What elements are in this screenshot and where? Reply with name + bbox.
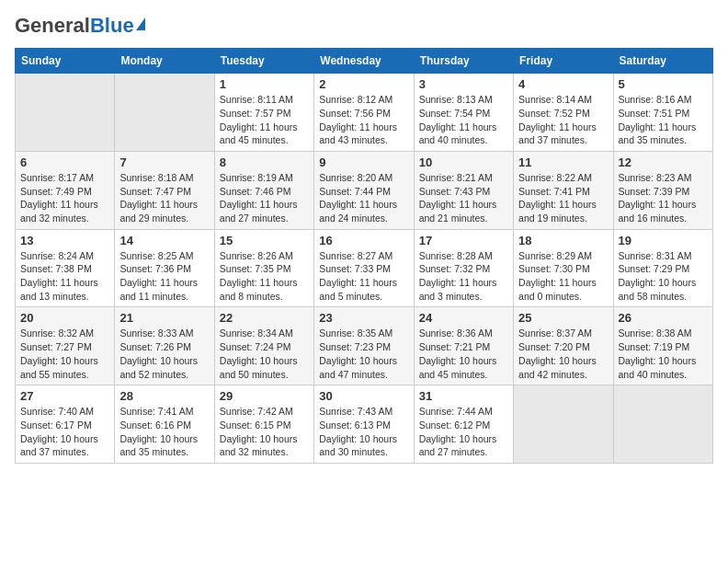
calendar-body: 1Sunrise: 8:11 AM Sunset: 7:57 PM Daylig…: [16, 74, 713, 464]
calendar-cell: 3Sunrise: 8:13 AM Sunset: 7:54 PM Daylig…: [414, 74, 513, 152]
calendar-cell: 7Sunrise: 8:18 AM Sunset: 7:47 PM Daylig…: [115, 151, 214, 229]
day-number: 18: [518, 234, 608, 247]
calendar-week-row: 20Sunrise: 8:32 AM Sunset: 7:27 PM Dayli…: [16, 307, 713, 385]
cell-content: Sunrise: 8:35 AM Sunset: 7:23 PM Dayligh…: [319, 327, 408, 381]
calendar-cell: [613, 385, 712, 464]
cell-content: Sunrise: 8:21 AM Sunset: 7:43 PM Dayligh…: [419, 171, 508, 225]
cell-content: Sunrise: 8:31 AM Sunset: 7:29 PM Dayligh…: [619, 249, 708, 304]
calendar-cell: 20Sunrise: 8:32 AM Sunset: 7:27 PM Dayli…: [16, 307, 115, 385]
calendar-cell: 26Sunrise: 8:38 AM Sunset: 7:19 PM Dayli…: [613, 307, 712, 385]
calendar-cell: 13Sunrise: 8:24 AM Sunset: 7:38 PM Dayli…: [16, 229, 115, 307]
day-number: 25: [518, 311, 608, 325]
calendar-table: SundayMondayTuesdayWednesdayThursdayFrid…: [15, 48, 713, 464]
cell-content: Sunrise: 8:11 AM Sunset: 7:57 PM Dayligh…: [220, 93, 309, 147]
calendar-cell: 18Sunrise: 8:29 AM Sunset: 7:30 PM Dayli…: [514, 229, 613, 307]
calendar-cell: 6Sunrise: 8:17 AM Sunset: 7:49 PM Daylig…: [16, 151, 115, 229]
cell-content: Sunrise: 7:41 AM Sunset: 6:16 PM Dayligh…: [119, 405, 209, 459]
day-number: 6: [20, 155, 109, 169]
calendar-cell: 4Sunrise: 8:14 AM Sunset: 7:52 PM Daylig…: [514, 74, 613, 152]
cell-content: Sunrise: 7:42 AM Sunset: 6:15 PM Dayligh…: [220, 405, 309, 459]
logo-text: GeneralBlue: [15, 15, 134, 37]
logo-triangle-icon: [136, 17, 145, 30]
day-header-sunday: Sunday: [16, 49, 115, 74]
day-number: 10: [419, 155, 508, 169]
calendar-cell: 27Sunrise: 7:40 AM Sunset: 6:17 PM Dayli…: [16, 385, 115, 464]
calendar-week-row: 27Sunrise: 7:40 AM Sunset: 6:17 PM Dayli…: [16, 385, 713, 464]
calendar-cell: 5Sunrise: 8:16 AM Sunset: 7:51 PM Daylig…: [613, 74, 712, 152]
calendar-week-row: 1Sunrise: 8:11 AM Sunset: 7:57 PM Daylig…: [16, 74, 713, 152]
calendar-cell: 2Sunrise: 8:12 AM Sunset: 7:56 PM Daylig…: [314, 74, 414, 152]
day-number: 23: [319, 311, 408, 325]
calendar-cell: 31Sunrise: 7:44 AM Sunset: 6:12 PM Dayli…: [414, 385, 513, 464]
day-header-friday: Friday: [514, 49, 613, 74]
cell-content: Sunrise: 8:29 AM Sunset: 7:30 PM Dayligh…: [518, 249, 608, 304]
cell-content: Sunrise: 8:16 AM Sunset: 7:51 PM Dayligh…: [619, 93, 708, 147]
calendar-cell: 1Sunrise: 8:11 AM Sunset: 7:57 PM Daylig…: [214, 74, 313, 152]
calendar-container: GeneralBlue SundayMondayTuesdayWednesday…: [0, 0, 728, 471]
day-number: 11: [518, 155, 608, 169]
day-number: 1: [220, 77, 309, 91]
day-number: 9: [319, 155, 408, 169]
cell-content: Sunrise: 8:32 AM Sunset: 7:27 PM Dayligh…: [20, 327, 109, 381]
cell-content: Sunrise: 8:33 AM Sunset: 7:26 PM Dayligh…: [119, 327, 209, 381]
day-number: 8: [220, 155, 309, 169]
day-number: 20: [20, 311, 109, 325]
day-number: 31: [419, 389, 508, 403]
cell-content: Sunrise: 8:23 AM Sunset: 7:39 PM Dayligh…: [619, 171, 708, 225]
cell-content: Sunrise: 8:17 AM Sunset: 7:49 PM Dayligh…: [20, 171, 109, 225]
cell-content: Sunrise: 8:12 AM Sunset: 7:56 PM Dayligh…: [319, 93, 408, 147]
calendar-cell: 8Sunrise: 8:19 AM Sunset: 7:46 PM Daylig…: [214, 151, 313, 229]
day-number: 19: [619, 234, 708, 247]
calendar-cell: 15Sunrise: 8:26 AM Sunset: 7:35 PM Dayli…: [214, 229, 313, 307]
day-number: 22: [220, 311, 309, 325]
day-number: 3: [419, 77, 508, 91]
day-number: 7: [119, 155, 209, 169]
cell-content: Sunrise: 8:13 AM Sunset: 7:54 PM Dayligh…: [419, 93, 508, 147]
cell-content: Sunrise: 8:37 AM Sunset: 7:20 PM Dayligh…: [518, 327, 608, 381]
cell-content: Sunrise: 8:14 AM Sunset: 7:52 PM Dayligh…: [518, 93, 608, 147]
calendar-cell: 16Sunrise: 8:27 AM Sunset: 7:33 PM Dayli…: [314, 229, 414, 307]
day-number: 4: [518, 77, 608, 91]
calendar-cell: [115, 74, 214, 152]
day-number: 15: [220, 234, 309, 247]
calendar-cell: [514, 385, 613, 464]
calendar-cell: 19Sunrise: 8:31 AM Sunset: 7:29 PM Dayli…: [613, 229, 712, 307]
calendar-cell: 21Sunrise: 8:33 AM Sunset: 7:26 PM Dayli…: [115, 307, 214, 385]
cell-content: Sunrise: 8:22 AM Sunset: 7:41 PM Dayligh…: [518, 171, 608, 225]
day-number: 30: [319, 389, 408, 403]
calendar-thead: SundayMondayTuesdayWednesdayThursdayFrid…: [16, 49, 713, 74]
day-number: 12: [619, 155, 708, 169]
day-header-wednesday: Wednesday: [314, 49, 414, 74]
logo-general: General: [15, 14, 90, 37]
calendar-week-row: 13Sunrise: 8:24 AM Sunset: 7:38 PM Dayli…: [16, 229, 713, 307]
header-row: SundayMondayTuesdayWednesdayThursdayFrid…: [16, 49, 713, 74]
cell-content: Sunrise: 8:34 AM Sunset: 7:24 PM Dayligh…: [220, 327, 309, 381]
day-number: 24: [419, 311, 508, 325]
calendar-cell: 28Sunrise: 7:41 AM Sunset: 6:16 PM Dayli…: [115, 385, 214, 464]
cell-content: Sunrise: 8:36 AM Sunset: 7:21 PM Dayligh…: [419, 327, 508, 381]
cell-content: Sunrise: 8:26 AM Sunset: 7:35 PM Dayligh…: [220, 249, 309, 304]
day-number: 2: [319, 77, 408, 91]
cell-content: Sunrise: 7:43 AM Sunset: 6:13 PM Dayligh…: [319, 405, 408, 459]
day-number: 14: [119, 234, 209, 247]
day-number: 29: [220, 389, 309, 403]
day-number: 5: [619, 77, 708, 91]
cell-content: Sunrise: 8:18 AM Sunset: 7:47 PM Dayligh…: [119, 171, 209, 225]
cell-content: Sunrise: 8:20 AM Sunset: 7:44 PM Dayligh…: [319, 171, 408, 225]
day-number: 21: [119, 311, 209, 325]
day-number: 17: [419, 234, 508, 247]
day-number: 27: [20, 389, 109, 403]
logo: GeneralBlue: [15, 15, 145, 37]
calendar-cell: 22Sunrise: 8:34 AM Sunset: 7:24 PM Dayli…: [214, 307, 313, 385]
day-header-tuesday: Tuesday: [214, 49, 313, 74]
calendar-cell: 12Sunrise: 8:23 AM Sunset: 7:39 PM Dayli…: [613, 151, 712, 229]
cell-content: Sunrise: 7:44 AM Sunset: 6:12 PM Dayligh…: [419, 405, 508, 459]
cell-content: Sunrise: 7:40 AM Sunset: 6:17 PM Dayligh…: [20, 405, 109, 459]
logo-blue: Blue: [90, 14, 134, 37]
calendar-header: GeneralBlue: [15, 15, 713, 37]
calendar-cell: 10Sunrise: 8:21 AM Sunset: 7:43 PM Dayli…: [414, 151, 513, 229]
calendar-cell: 29Sunrise: 7:42 AM Sunset: 6:15 PM Dayli…: [214, 385, 313, 464]
cell-content: Sunrise: 8:38 AM Sunset: 7:19 PM Dayligh…: [619, 327, 708, 381]
cell-content: Sunrise: 8:24 AM Sunset: 7:38 PM Dayligh…: [20, 249, 109, 304]
day-number: 13: [20, 234, 109, 247]
